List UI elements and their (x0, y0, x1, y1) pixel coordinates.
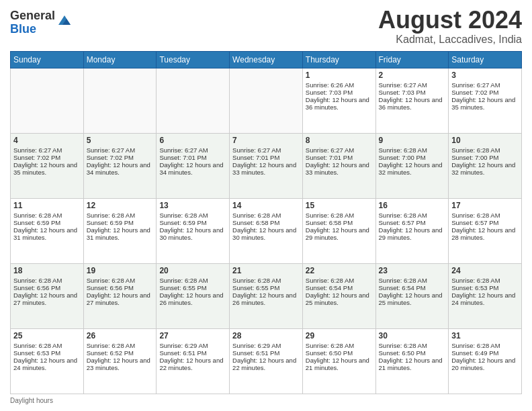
sunset-text: Sunset: 6:49 PM (451, 349, 519, 357)
calendar-table: Sunday Monday Tuesday Wednesday Thursday… (10, 51, 522, 394)
sunset-text: Sunset: 6:57 PM (379, 219, 446, 226)
daylight-text: Daylight: 12 hours and 35 minutes. (13, 161, 81, 176)
sunrise-text: Sunrise: 6:28 AM (306, 212, 373, 219)
sunrise-text: Sunrise: 6:28 AM (451, 212, 519, 219)
sunrise-text: Sunrise: 6:27 AM (13, 146, 81, 154)
col-monday: Monday (83, 51, 157, 68)
daylight-text: Daylight: 12 hours and 31 minutes. (87, 226, 154, 241)
sunrise-text: Sunrise: 6:27 AM (306, 146, 373, 154)
sunset-text: Sunset: 6:59 PM (13, 219, 81, 226)
sunset-text: Sunset: 6:55 PM (232, 284, 300, 291)
date-number: 21 (232, 266, 300, 275)
daylight-text: Daylight: 12 hours and 25 minutes. (379, 291, 446, 306)
date-number: 13 (159, 201, 226, 210)
date-number: 4 (13, 136, 81, 145)
sunset-text: Sunset: 7:01 PM (306, 154, 373, 161)
date-number: 18 (13, 266, 81, 275)
sunrise-text: Sunrise: 6:29 AM (232, 342, 300, 349)
sunset-text: Sunset: 7:01 PM (232, 154, 300, 161)
daylight-text: Daylight: 12 hours and 33 minutes. (232, 161, 300, 176)
sunrise-text: Sunrise: 6:27 AM (379, 81, 446, 89)
sunset-text: Sunset: 6:58 PM (306, 219, 373, 226)
sunset-text: Sunset: 6:50 PM (379, 349, 446, 357)
sunset-text: Sunset: 6:59 PM (87, 219, 154, 226)
daylight-text: Daylight: 12 hours and 33 minutes. (306, 161, 373, 176)
daylight-text: Daylight: 12 hours and 20 minutes. (451, 357, 519, 371)
day-cell: 30Sunrise: 6:28 AMSunset: 6:50 PMDayligh… (375, 328, 449, 394)
date-number: 12 (87, 201, 154, 210)
day-cell: 22Sunrise: 6:28 AMSunset: 6:54 PMDayligh… (302, 263, 375, 328)
col-thursday: Thursday (302, 51, 375, 68)
date-number: 30 (379, 331, 446, 340)
day-cell: 11Sunrise: 6:28 AMSunset: 6:59 PMDayligh… (11, 198, 84, 263)
col-wednesday: Wednesday (230, 51, 303, 68)
date-number: 5 (87, 136, 154, 145)
date-number: 2 (379, 71, 446, 80)
sunset-text: Sunset: 6:59 PM (159, 219, 226, 226)
sunset-text: Sunset: 6:53 PM (13, 349, 81, 357)
sunset-text: Sunset: 7:03 PM (379, 89, 446, 96)
day-cell: 4Sunrise: 6:27 AMSunset: 7:02 PMDaylight… (11, 133, 84, 198)
day-cell: 10Sunrise: 6:28 AMSunset: 7:00 PMDayligh… (449, 133, 522, 198)
sunset-text: Sunset: 6:53 PM (451, 284, 519, 291)
daylight-text: Daylight: 12 hours and 36 minutes. (306, 96, 373, 111)
logo-blue: Blue (10, 22, 36, 36)
day-cell: 14Sunrise: 6:28 AMSunset: 6:58 PMDayligh… (230, 198, 303, 263)
title-block: August 2024 Kadmat, Laccadives, India (378, 7, 522, 46)
sunrise-text: Sunrise: 6:28 AM (306, 342, 373, 349)
sunset-text: Sunset: 7:01 PM (159, 154, 226, 161)
sunset-text: Sunset: 6:51 PM (232, 349, 300, 357)
daylight-text: Daylight: 12 hours and 22 minutes. (159, 357, 226, 371)
daylight-text: Daylight: 12 hours and 30 minutes. (159, 226, 226, 241)
daylight-text: Daylight: 12 hours and 34 minutes. (159, 161, 226, 176)
logo-icon (57, 13, 72, 28)
day-cell: 21Sunrise: 6:28 AMSunset: 6:55 PMDayligh… (230, 263, 303, 328)
day-cell: 1Sunrise: 6:26 AMSunset: 7:03 PMDaylight… (302, 68, 375, 133)
date-number: 14 (232, 201, 300, 210)
sunrise-text: Sunrise: 6:28 AM (451, 342, 519, 349)
date-number: 17 (451, 201, 519, 210)
sunrise-text: Sunrise: 6:27 AM (451, 81, 519, 89)
date-number: 24 (451, 266, 519, 275)
daylight-text: Daylight: 12 hours and 28 minutes. (451, 226, 519, 241)
sunset-text: Sunset: 6:54 PM (306, 284, 373, 291)
daylight-text: Daylight: 12 hours and 27 minutes. (87, 291, 154, 306)
date-number: 31 (451, 331, 519, 340)
day-cell: 7Sunrise: 6:27 AMSunset: 7:01 PMDaylight… (230, 133, 303, 198)
calendar-body: 1Sunrise: 6:26 AMSunset: 7:03 PMDaylight… (11, 68, 522, 394)
sunrise-text: Sunrise: 6:28 AM (159, 277, 226, 284)
week-row: 11Sunrise: 6:28 AMSunset: 6:59 PMDayligh… (11, 198, 522, 263)
day-cell (83, 68, 157, 133)
sunrise-text: Sunrise: 6:27 AM (232, 146, 300, 154)
day-cell: 23Sunrise: 6:28 AMSunset: 6:54 PMDayligh… (375, 263, 449, 328)
day-cell: 3Sunrise: 6:27 AMSunset: 7:02 PMDaylight… (449, 68, 522, 133)
date-number: 20 (159, 266, 226, 275)
sunset-text: Sunset: 6:52 PM (87, 349, 154, 357)
col-sunday: Sunday (11, 51, 84, 68)
day-cell: 13Sunrise: 6:28 AMSunset: 6:59 PMDayligh… (157, 198, 230, 263)
sunset-text: Sunset: 7:00 PM (379, 154, 446, 161)
week-row: 4Sunrise: 6:27 AMSunset: 7:02 PMDaylight… (11, 133, 522, 198)
daylight-text: Daylight: 12 hours and 30 minutes. (232, 226, 300, 241)
daylight-text: Daylight: 12 hours and 26 minutes. (232, 291, 300, 306)
sunset-text: Sunset: 6:58 PM (232, 219, 300, 226)
date-number: 25 (13, 331, 81, 340)
daylight-text: Daylight: 12 hours and 35 minutes. (451, 96, 519, 111)
sunrise-text: Sunrise: 6:27 AM (159, 146, 226, 154)
day-cell: 2Sunrise: 6:27 AMSunset: 7:03 PMDaylight… (375, 68, 449, 133)
sunrise-text: Sunrise: 6:28 AM (379, 212, 446, 219)
daylight-text: Daylight: 12 hours and 24 minutes. (13, 357, 81, 371)
sunset-text: Sunset: 6:55 PM (159, 284, 226, 291)
daylight-text: Daylight: 12 hours and 29 minutes. (379, 226, 446, 241)
sunrise-text: Sunrise: 6:28 AM (87, 277, 154, 284)
col-saturday: Saturday (449, 51, 522, 68)
sunset-text: Sunset: 6:54 PM (379, 284, 446, 291)
daylight-text: Daylight: 12 hours and 32 minutes. (379, 161, 446, 176)
day-cell: 12Sunrise: 6:28 AMSunset: 6:59 PMDayligh… (83, 198, 157, 263)
date-number: 11 (13, 201, 81, 210)
daylight-text: Daylight: 12 hours and 21 minutes. (306, 357, 373, 371)
day-cell (11, 68, 84, 133)
daylight-text: Daylight: 12 hours and 22 minutes. (232, 357, 300, 371)
day-cell: 31Sunrise: 6:28 AMSunset: 6:49 PMDayligh… (449, 328, 522, 394)
sunrise-text: Sunrise: 6:28 AM (379, 342, 446, 349)
